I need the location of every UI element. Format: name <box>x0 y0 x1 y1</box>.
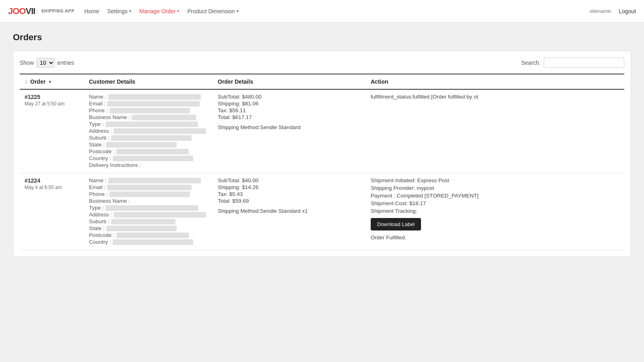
customer-field: Email : <box>89 184 208 190</box>
customer-field-label: Postcode : <box>89 148 115 154</box>
show-label: Show <box>20 60 34 66</box>
customer-field: Country : <box>89 239 208 245</box>
customer-field: Business Name : <box>89 114 208 120</box>
customer-field: Type : <box>89 205 208 211</box>
customer-field-label: Delivery Instructions : <box>89 162 141 168</box>
payment-status: Payment : Completed [STORED_PAYMENT] <box>371 193 619 199</box>
entries-select[interactable]: 10 25 50 <box>36 58 55 68</box>
customer-field-label: Business Name : <box>89 198 130 204</box>
order-details-cell-1: SubTotal: $40.00 Shipping: $14.26 Tax: $… <box>213 173 366 250</box>
customer-cell-1: Name : Email : Phone : Business Name : T… <box>84 173 213 250</box>
customer-field: Address : <box>89 212 208 218</box>
customer-field: Suburb : <box>89 135 208 141</box>
customer-field-label: Phone : <box>89 191 108 197</box>
customer-field-bar <box>109 108 190 113</box>
customer-field-bar <box>105 121 198 127</box>
brand-subtitle: SHIPPING APP <box>37 9 74 13</box>
table-controls: Show 10 25 50 entries Search: <box>20 58 624 68</box>
table-row: #1225 May 27 at 5:50 am Name : Email : P… <box>20 89 624 173</box>
shipping-method: Shipping Method:Sendle Standard <box>218 124 361 130</box>
tax: Tax: $5.43 <box>218 191 361 197</box>
col-header-action: Action <box>366 74 624 89</box>
customer-field-label: Name : <box>89 94 107 100</box>
manage-order-dropdown-arrow: ▾ <box>177 9 179 13</box>
nav-product-dimension[interactable]: Product Dimension ▾ <box>187 6 238 16</box>
nav-settings[interactable]: Settings ▾ <box>107 6 132 16</box>
customer-field: Phone : <box>89 191 208 197</box>
logout-button[interactable]: Logout <box>619 8 636 14</box>
customer-field-label: Country : <box>89 239 111 245</box>
customer-field-bar <box>114 128 206 134</box>
shipping-method: Shipping Method:Sendle Standard x1 <box>218 208 361 214</box>
download-label-button[interactable]: Download Label <box>371 218 421 230</box>
customer-field-bar <box>105 205 198 211</box>
col-header-customer: Customer Details <box>84 74 213 89</box>
page-title: Orders <box>13 32 631 43</box>
col-header-order[interactable]: ↕ Order ▼ <box>20 74 84 89</box>
action-status-text: fulfillment_status:fulfilled [Order fulf… <box>371 94 619 100</box>
action-cell-1: Shipment Initiated: Express PostShipping… <box>366 173 624 250</box>
shipment-initiated: Shipment Initiated: Express Post <box>371 177 619 183</box>
shipping-cost: Shipping: $14.26 <box>218 184 361 190</box>
customer-cell-0: Name : Email : Phone : Business Name : T… <box>84 89 213 173</box>
subtotal: SubTotal: $40.00 <box>218 177 361 183</box>
customer-field-label: Type : <box>89 121 104 127</box>
customer-field-bar <box>111 219 175 224</box>
search-label: Search: <box>521 60 541 66</box>
shipping-provider: Shipping Provider: mypost <box>371 185 619 191</box>
brand: JOOVII SHIPPING APP <box>8 6 74 16</box>
customer-field: Address : <box>89 128 208 134</box>
order-id: #1224 <box>25 177 79 184</box>
customer-field-bar <box>108 178 201 183</box>
table-header-row: ↕ Order ▼ Customer Details Order Details… <box>20 74 624 89</box>
customer-field-bar <box>107 185 192 190</box>
sort-icon-order: ↕ <box>25 79 27 84</box>
customer-field-label: Suburb : <box>89 135 109 141</box>
order-details-cell-0: SubTotal: $480.00 Shipping: $81.06 Tax: … <box>213 89 366 173</box>
shipment-tracking: Shipment Tracking: <box>371 208 619 214</box>
customer-field-label: Address : <box>89 212 112 218</box>
customer-field: Postcode : <box>89 232 208 238</box>
tax: Tax: $56.11 <box>218 107 361 113</box>
customer-field-label: State : <box>89 225 105 231</box>
customer-field-bar <box>116 149 189 154</box>
brand-logo: JOOVII <box>8 6 35 16</box>
navbar: JOOVII SHIPPING APP Home Settings ▾ Mana… <box>0 0 644 23</box>
total: Total: $617.17 <box>218 114 361 120</box>
customer-field-label: Country : <box>89 155 111 161</box>
order-cell-0: #1225 May 27 at 5:50 am <box>20 89 84 173</box>
product-dimension-dropdown-arrow: ▾ <box>237 9 239 13</box>
customer-field: Phone : <box>89 107 208 113</box>
customer-field-bar <box>116 232 189 238</box>
page-content: Orders Show 10 25 50 entries Search: <box>0 23 644 267</box>
customer-field-bar <box>106 142 177 148</box>
customer-field-bar <box>132 115 196 120</box>
nav-home[interactable]: Home <box>84 6 99 16</box>
customer-field: Name : <box>89 177 208 183</box>
customer-field-bar <box>106 226 177 231</box>
orders-table-container: Show 10 25 50 entries Search: ↕ <box>13 51 631 257</box>
search-input[interactable] <box>544 58 624 68</box>
nav-manage-order[interactable]: Manage Order ▾ <box>139 6 179 16</box>
customer-field: Country : <box>89 155 208 161</box>
nav-right: sitename: Logout <box>590 8 636 14</box>
customer-field-bar <box>109 191 190 197</box>
order-id: #1225 <box>25 94 79 100</box>
show-entries: Show 10 25 50 entries <box>20 58 74 68</box>
settings-dropdown-arrow: ▾ <box>129 9 131 13</box>
customer-field-bar <box>113 156 193 161</box>
customer-field: Type : <box>89 121 208 127</box>
table-row: #1224 May 4 at 6:55 am Name : Email : Ph… <box>20 173 624 250</box>
customer-field-label: Email : <box>89 101 105 107</box>
customer-field-bar <box>111 135 192 141</box>
customer-field-label: Address : <box>89 128 112 134</box>
col-header-order-details: Order Details <box>213 74 366 89</box>
customer-field-label: Suburb : <box>89 218 109 224</box>
filter-icon-order: ▼ <box>48 80 52 84</box>
customer-field: Business Name : <box>89 198 208 204</box>
customer-field-bar <box>113 239 193 245</box>
customer-field-label: Business Name : <box>89 114 130 120</box>
customer-field: State : <box>89 225 208 231</box>
entries-label: entries <box>57 60 74 66</box>
customer-field-bar <box>107 101 200 107</box>
